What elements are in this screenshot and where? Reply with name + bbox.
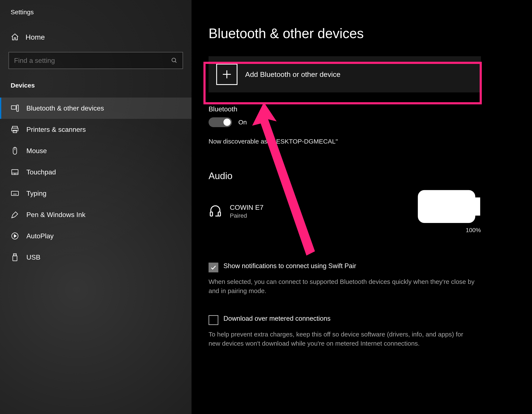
sidebar-item-label: Printers & scanners bbox=[26, 126, 86, 134]
sidebar-item-bluetooth[interactable]: Bluetooth & other devices bbox=[0, 98, 191, 119]
sidebar-item-label: Bluetooth & other devices bbox=[26, 104, 104, 112]
sidebar-item-touchpad[interactable]: Touchpad bbox=[0, 161, 191, 183]
printer-icon bbox=[11, 125, 19, 134]
svg-rect-28 bbox=[420, 192, 474, 221]
device-status: Paired bbox=[230, 212, 409, 219]
mouse-icon bbox=[11, 147, 19, 155]
settings-sidebar: Settings Home Devices Bluetooth & other … bbox=[0, 0, 191, 414]
app-title: Settings bbox=[0, 4, 191, 24]
add-device-button[interactable]: Add Bluetooth or other device bbox=[209, 56, 481, 92]
sidebar-nav: Bluetooth & other devices Printers & sca… bbox=[0, 93, 191, 268]
device-battery: 100% bbox=[417, 189, 481, 234]
search-icon bbox=[171, 57, 178, 64]
svg-marker-19 bbox=[14, 235, 16, 237]
touchpad-icon bbox=[11, 168, 19, 176]
sidebar-item-pen[interactable]: Pen & Windows Ink bbox=[0, 204, 191, 225]
discoverable-text: Now discoverable as "DESKTOP-DGMECAL" bbox=[209, 138, 515, 145]
sidebar-item-label: USB bbox=[26, 253, 40, 261]
svg-line-1 bbox=[175, 61, 176, 63]
pen-icon bbox=[11, 210, 19, 219]
add-device-label: Add Bluetooth or other device bbox=[245, 70, 341, 79]
toggle-knob bbox=[223, 119, 231, 126]
svg-rect-26 bbox=[210, 212, 213, 216]
swift-pair-checkbox[interactable] bbox=[209, 263, 218, 272]
devices-icon bbox=[11, 104, 19, 112]
sidebar-item-usb[interactable]: USB bbox=[0, 246, 191, 268]
sidebar-item-label: Pen & Windows Ink bbox=[26, 211, 85, 219]
battery-icon bbox=[417, 221, 481, 225]
page-title: Bluetooth & other devices bbox=[209, 26, 515, 41]
svg-rect-27 bbox=[218, 212, 220, 216]
bluetooth-toggle[interactable] bbox=[209, 117, 232, 127]
sidebar-section-label: Devices bbox=[0, 78, 191, 93]
swift-pair-label: Show notifications to connect using Swif… bbox=[223, 262, 356, 270]
svg-rect-3 bbox=[17, 105, 18, 111]
sidebar-item-label: Touchpad bbox=[26, 168, 56, 176]
svg-rect-29 bbox=[474, 199, 478, 214]
sidebar-item-label: AutoPlay bbox=[26, 232, 54, 240]
search-box[interactable] bbox=[9, 52, 183, 69]
swift-pair-desc: When selected, you can connect to suppor… bbox=[209, 277, 477, 296]
metered-desc: To help prevent extra charges, keep this… bbox=[209, 330, 477, 348]
sidebar-home[interactable]: Home bbox=[0, 24, 191, 50]
device-name: COWIN E7 bbox=[230, 204, 409, 211]
headset-icon bbox=[209, 205, 222, 218]
audio-heading: Audio bbox=[209, 171, 515, 181]
metered-checkbox[interactable] bbox=[209, 315, 218, 325]
bluetooth-toggle-state: On bbox=[238, 119, 247, 126]
autoplay-icon bbox=[11, 232, 19, 240]
svg-rect-12 bbox=[11, 191, 18, 196]
sidebar-item-typing[interactable]: Typing bbox=[0, 183, 191, 204]
svg-point-0 bbox=[172, 58, 176, 62]
svg-rect-21 bbox=[13, 256, 17, 261]
svg-rect-4 bbox=[12, 126, 17, 128]
sidebar-item-label: Mouse bbox=[26, 147, 47, 155]
sidebar-home-label: Home bbox=[26, 33, 45, 41]
sidebar-item-label: Typing bbox=[26, 189, 46, 197]
sidebar-item-mouse[interactable]: Mouse bbox=[0, 140, 191, 161]
svg-rect-6 bbox=[13, 130, 17, 133]
main-content: Bluetooth & other devices Add Bluetooth … bbox=[191, 0, 532, 414]
svg-rect-5 bbox=[12, 128, 18, 131]
home-icon bbox=[11, 33, 19, 41]
svg-rect-2 bbox=[11, 106, 16, 109]
audio-device-row[interactable]: COWIN E7 Paired 100% bbox=[209, 186, 481, 237]
keyboard-icon bbox=[11, 189, 19, 198]
bluetooth-heading: Bluetooth bbox=[209, 105, 515, 113]
device-battery-pct: 100% bbox=[417, 227, 481, 234]
metered-label: Download over metered connections bbox=[223, 315, 331, 322]
usb-icon bbox=[11, 253, 19, 262]
search-input[interactable] bbox=[14, 57, 171, 65]
sidebar-item-printers[interactable]: Printers & scanners bbox=[0, 119, 191, 140]
svg-rect-20 bbox=[13, 254, 16, 256]
plus-icon bbox=[216, 64, 238, 85]
sidebar-item-autoplay[interactable]: AutoPlay bbox=[0, 225, 191, 246]
